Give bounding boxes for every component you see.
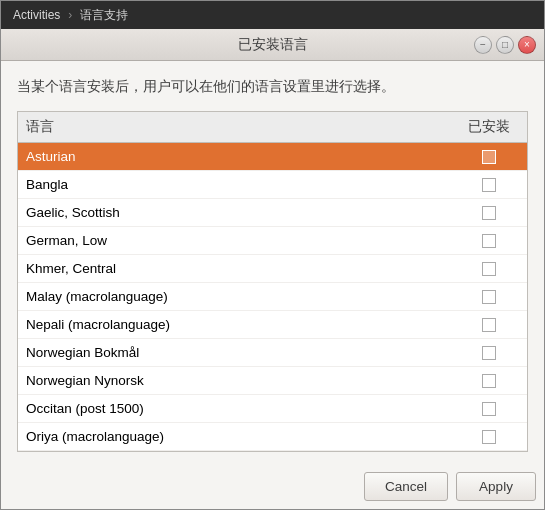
install-checkbox[interactable] (459, 290, 519, 304)
language-name: Norwegian Nynorsk (26, 373, 459, 388)
description-text: 当某个语言安装后，用户可以在他们的语言设置里进行选择。 (17, 77, 528, 97)
table-row[interactable]: Oriya (macrolanguage) (18, 423, 527, 451)
table-row[interactable]: Bangla (18, 171, 527, 199)
checkbox-box[interactable] (482, 318, 496, 332)
language-name: Norwegian Bokmål (26, 345, 459, 360)
checkbox-box[interactable] (482, 206, 496, 220)
maximize-button[interactable]: □ (496, 36, 514, 54)
top-navigation: Activities › 语言支持 (1, 1, 544, 29)
table-row[interactable]: Khmer, Central (18, 255, 527, 283)
install-checkbox[interactable] (459, 402, 519, 416)
window-controls: − □ × (474, 36, 536, 54)
checkbox-box[interactable] (482, 262, 496, 276)
minimize-button[interactable]: − (474, 36, 492, 54)
main-window: Activities › 语言支持 已安装语言 − □ × 当某个语言安装后，用… (0, 0, 545, 510)
nav-separator: › (68, 8, 72, 22)
install-checkbox[interactable] (459, 430, 519, 444)
install-checkbox[interactable] (459, 346, 519, 360)
install-checkbox[interactable] (459, 178, 519, 192)
checkbox-box[interactable] (482, 234, 496, 248)
language-table[interactable]: 语言 已安装 AsturianBanglaGaelic, ScottishGer… (17, 111, 528, 452)
language-name: Bangla (26, 177, 459, 192)
table-row[interactable]: Norwegian Nynorsk (18, 367, 527, 395)
checkbox-box[interactable] (482, 346, 496, 360)
checkbox-box[interactable] (482, 150, 496, 164)
language-name: German, Low (26, 233, 459, 248)
table-row[interactable]: Norwegian Bokmål (18, 339, 527, 367)
install-checkbox[interactable] (459, 234, 519, 248)
dialog-content: 当某个语言安装后，用户可以在他们的语言设置里进行选择。 语言 已安装 Astur… (1, 61, 544, 460)
table-row[interactable]: Malay (macrolanguage) (18, 283, 527, 311)
col-header-installed: 已安装 (459, 118, 519, 136)
language-name: Nepali (macrolanguage) (26, 317, 459, 332)
col-header-language: 语言 (26, 118, 459, 136)
language-name: Asturian (26, 149, 459, 164)
table-body: AsturianBanglaGaelic, ScottishGerman, Lo… (18, 143, 527, 451)
dialog-footer: Cancel Apply (1, 460, 544, 510)
install-checkbox[interactable] (459, 262, 519, 276)
language-name: Gaelic, Scottish (26, 205, 459, 220)
language-name: Malay (macrolanguage) (26, 289, 459, 304)
table-row[interactable]: Gaelic, Scottish (18, 199, 527, 227)
close-button[interactable]: × (518, 36, 536, 54)
nav-activities[interactable]: Activities (13, 8, 60, 22)
checkbox-box[interactable] (482, 430, 496, 444)
checkbox-box[interactable] (482, 178, 496, 192)
checkbox-box[interactable] (482, 402, 496, 416)
language-name: Occitan (post 1500) (26, 401, 459, 416)
titlebar: 已安装语言 − □ × (1, 29, 544, 61)
checkbox-box[interactable] (482, 290, 496, 304)
cancel-button[interactable]: Cancel (364, 472, 448, 501)
checkbox-box[interactable] (482, 374, 496, 388)
apply-button[interactable]: Apply (456, 472, 536, 501)
language-name: Khmer, Central (26, 261, 459, 276)
window-title: 已安装语言 (238, 36, 308, 54)
language-name: Oriya (macrolanguage) (26, 429, 459, 444)
table-row[interactable]: Nepali (macrolanguage) (18, 311, 527, 339)
table-row[interactable]: German, Low (18, 227, 527, 255)
nav-language-support[interactable]: 语言支持 (80, 7, 128, 24)
table-row[interactable]: Asturian (18, 143, 527, 171)
table-header: 语言 已安装 (18, 112, 527, 143)
table-row[interactable]: Occitan (post 1500) (18, 395, 527, 423)
install-checkbox[interactable] (459, 374, 519, 388)
install-checkbox[interactable] (459, 150, 519, 164)
install-checkbox[interactable] (459, 318, 519, 332)
install-checkbox[interactable] (459, 206, 519, 220)
